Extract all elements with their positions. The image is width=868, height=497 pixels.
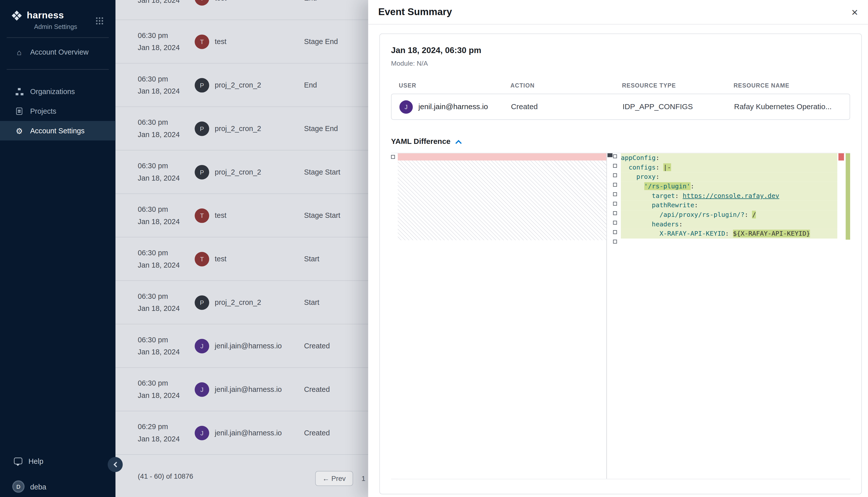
avatar: T bbox=[195, 208, 209, 223]
column-resource-name: RESOURCE NAME bbox=[733, 82, 842, 89]
diff-filler-hatch bbox=[398, 160, 606, 240]
avatar: P bbox=[195, 165, 209, 179]
projects-icon bbox=[15, 108, 24, 115]
sidebar-item-organizations[interactable]: Organizations bbox=[0, 82, 115, 102]
yaml-line: target: https://console.rafay.dev bbox=[621, 191, 837, 201]
diff-line-marker[interactable] bbox=[613, 192, 617, 196]
row-user: Jjenil.jain@harness.io bbox=[195, 339, 304, 353]
harness-logo-icon bbox=[11, 10, 22, 21]
yaml-difference-header: YAML Difference bbox=[391, 137, 850, 146]
sidebar-item-account-settings[interactable]: ⚙ Account Settings bbox=[0, 121, 115, 141]
sidebar-collapse-button[interactable] bbox=[108, 457, 123, 472]
user-menu[interactable]: D deba bbox=[0, 477, 115, 496]
sidebar-item-label: Organizations bbox=[30, 87, 75, 96]
row-time: 06:30 pmJan 18, 2024 bbox=[138, 205, 195, 226]
column-user: USER bbox=[399, 82, 510, 89]
row-user: Pproj_2_cron_2 bbox=[195, 295, 304, 310]
sidebar-item-projects[interactable]: Projects bbox=[0, 101, 115, 121]
sidebar-subtitle: Admin Settings bbox=[11, 21, 105, 30]
sidebar-footer: Help D deba bbox=[0, 452, 115, 496]
prev-page-button[interactable]: ← Prev bbox=[315, 471, 353, 486]
row-time: 06:30 pmJan 18, 2024 bbox=[138, 75, 195, 95]
diff-line-marker[interactable] bbox=[613, 183, 617, 187]
sidebar-header: harness Admin Settings bbox=[0, 0, 115, 30]
avatar: J bbox=[195, 426, 209, 440]
home-icon: ⌂ bbox=[15, 47, 24, 56]
column-resource-type: RESOURCE TYPE bbox=[622, 82, 733, 89]
yaml-line: '/rs-plugin': bbox=[621, 182, 837, 191]
help-label: Help bbox=[28, 457, 43, 465]
row-action: Stage Start bbox=[304, 168, 340, 176]
event-user-avatar: J bbox=[400, 100, 413, 113]
event-user-cell: J jenil.jain@harness.io bbox=[400, 100, 511, 113]
diff-line-marker[interactable] bbox=[613, 240, 617, 244]
help-button[interactable]: Help bbox=[0, 452, 115, 470]
diff-left-gutter bbox=[391, 155, 395, 159]
gear-icon: ⚙ bbox=[15, 126, 24, 135]
removed-line bbox=[398, 153, 606, 160]
diff-line-marker[interactable] bbox=[613, 230, 617, 234]
row-action: End bbox=[304, 0, 317, 2]
event-action: Created bbox=[511, 103, 622, 111]
user-name: deba bbox=[30, 482, 46, 491]
event-user: jenil.jain@harness.io bbox=[418, 103, 488, 111]
yaml-line: configs: |- bbox=[621, 163, 837, 172]
row-user: Ttest bbox=[195, 34, 304, 49]
drawer-header: Event Summary × bbox=[368, 0, 868, 24]
row-time: 06:30 pmJan 18, 2024 bbox=[138, 31, 195, 52]
diff-line-marker[interactable] bbox=[613, 202, 617, 206]
diff-added-pane: appConfig: configs: |- proxy: '/rs-plugi… bbox=[621, 153, 837, 239]
diff-line-marker[interactable] bbox=[613, 154, 617, 158]
apps-grid-icon[interactable] bbox=[95, 17, 103, 24]
row-time: 06:29 pmJan 18, 2024 bbox=[138, 423, 195, 443]
user-avatar: D bbox=[12, 480, 25, 493]
event-row: J jenil.jain@harness.io Created IDP_APP_… bbox=[391, 94, 850, 120]
row-action: Stage End bbox=[304, 37, 338, 45]
row-user: Jjenil.jain@harness.io bbox=[195, 426, 304, 440]
yaml-line: /api/proxy/rs-plugin/?: / bbox=[621, 210, 837, 219]
diff-right-gutter bbox=[613, 154, 617, 244]
yaml-line: headers: bbox=[621, 219, 837, 229]
pagination-range: (41 - 60) of 10876 bbox=[138, 473, 193, 480]
sidebar-item-account-overview[interactable]: ⌂ Account Overview bbox=[0, 42, 115, 62]
app-root: harness Admin Settings ⌂ Account Overvie… bbox=[0, 0, 868, 497]
diff-line-marker[interactable] bbox=[613, 173, 617, 177]
row-user: Ttest bbox=[195, 208, 304, 223]
divider bbox=[7, 69, 109, 70]
row-time: 06:30 pmJan 18, 2024 bbox=[138, 162, 195, 182]
row-action: Stage Start bbox=[304, 211, 340, 219]
settings-nav-group: Organizations Projects ⚙ Account Setting… bbox=[0, 82, 115, 141]
avatar: J bbox=[195, 382, 209, 397]
row-action: Created bbox=[304, 342, 330, 350]
avatar: T bbox=[195, 0, 209, 5]
diff-line-marker[interactable] bbox=[613, 164, 617, 168]
row-action: Stage End bbox=[304, 124, 338, 132]
brand-name: harness bbox=[27, 10, 64, 21]
diff-line-marker[interactable] bbox=[613, 221, 617, 225]
brand[interactable]: harness bbox=[11, 10, 105, 21]
diff-line-marker[interactable] bbox=[613, 211, 617, 215]
row-user: Pproj_2_cron_2 bbox=[195, 165, 304, 179]
overview-removed-ribbon bbox=[838, 153, 844, 160]
diff-split-marker bbox=[607, 153, 612, 157]
row-time: 06:30 pmJan 18, 2024 bbox=[138, 336, 195, 356]
chevron-left-icon bbox=[113, 462, 119, 467]
chevron-up-icon[interactable] bbox=[455, 140, 461, 146]
page-number-button[interactable]: 1 bbox=[361, 471, 365, 486]
sidebar-item-label: Projects bbox=[30, 107, 56, 115]
chat-icon bbox=[13, 457, 23, 464]
diff-removed-pane bbox=[398, 153, 607, 479]
event-datetime: Jan 18, 2024, 06:30 pm bbox=[391, 45, 850, 55]
sidebar-nav: ⌂ Account Overview Organizations Project… bbox=[0, 42, 115, 140]
sidebar-item-label: Account Settings bbox=[30, 127, 85, 135]
column-action: ACTION bbox=[511, 82, 622, 89]
row-action: Created bbox=[304, 385, 330, 393]
avatar: T bbox=[195, 34, 209, 49]
organizations-icon bbox=[15, 88, 24, 95]
sidebar: harness Admin Settings ⌂ Account Overvie… bbox=[0, 0, 115, 497]
event-resource-type: IDP_APP_CONFIGS bbox=[622, 103, 734, 111]
yaml-line: pathRewrite: bbox=[621, 201, 837, 210]
diff-line-marker[interactable] bbox=[391, 155, 395, 159]
row-time: Jan 18, 2024 bbox=[138, 0, 195, 4]
close-icon[interactable]: × bbox=[851, 6, 858, 17]
